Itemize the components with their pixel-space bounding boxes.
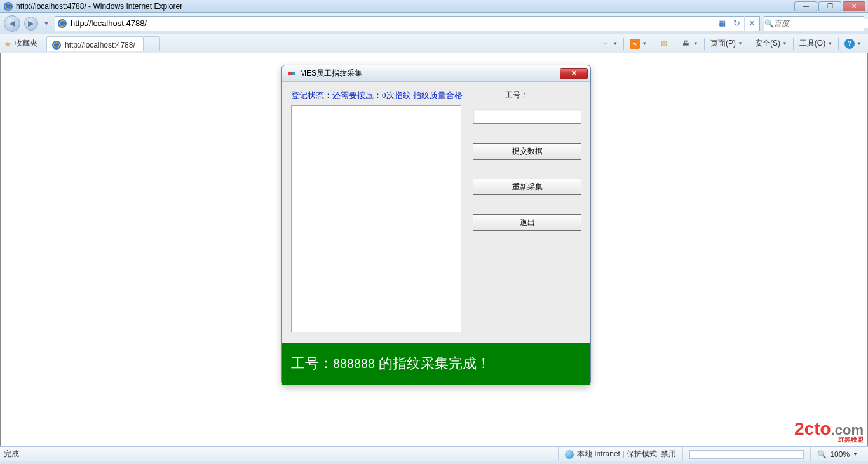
- exit-button[interactable]: 退出: [473, 214, 581, 231]
- status-zone[interactable]: 本地 Intranet | 保护模式: 禁用: [558, 447, 682, 461]
- enroll-status-text: 登记状态：还需要按压：0次指纹 指纹质量合格: [291, 90, 581, 101]
- new-tab-button[interactable]: [144, 36, 160, 51]
- browser-tab[interactable]: http://localhost:4788/: [46, 36, 144, 51]
- minimize-button[interactable]: —: [794, 1, 817, 11]
- rss-icon: ∿: [630, 39, 640, 49]
- tab-title: http://localhost:4788/: [65, 41, 135, 50]
- status-progress: [682, 447, 810, 461]
- page-content: MES员工指纹采集 ✕ 工号： 登记状态：还需要按压：0次指纹 指纹质量合格 提…: [0, 53, 868, 446]
- tab-ie-icon: [52, 41, 61, 50]
- dialog-body: 工号： 登记状态：还需要按压：0次指纹 指纹质量合格 提交数据 重新采集 退出 …: [282, 82, 590, 385]
- globe-icon: [565, 450, 574, 459]
- mail-icon: ✉: [659, 39, 669, 49]
- window-controls: — ❐ ✕: [793, 1, 865, 11]
- search-box: 🔍: [764, 16, 864, 31]
- search-icon[interactable]: 🔍: [764, 19, 774, 28]
- help-menu[interactable]: ?▼: [842, 38, 864, 50]
- fingerprint-preview: [291, 105, 461, 332]
- retry-button[interactable]: 重新采集: [473, 179, 581, 195]
- status-bar: 完成 本地 Intranet | 保护模式: 禁用 🔍 100% ▼: [0, 446, 868, 461]
- search-input[interactable]: [774, 19, 868, 28]
- app-icon: [287, 69, 296, 78]
- nav-history-dropdown[interactable]: ▼: [42, 20, 51, 27]
- status-done: 完成: [4, 449, 19, 460]
- close-button[interactable]: ✕: [843, 1, 865, 11]
- maximize-button[interactable]: ❐: [818, 1, 841, 11]
- zoom-icon: 🔍: [817, 450, 827, 459]
- favorites-star-icon[interactable]: ★: [4, 39, 12, 49]
- favorites-label[interactable]: 收藏夹: [15, 38, 37, 49]
- zoom-dropdown[interactable]: 🔍 100% ▼: [810, 447, 864, 461]
- rss-menu[interactable]: ∿▼: [627, 38, 649, 50]
- dialog-close-button[interactable]: ✕: [560, 68, 588, 79]
- stop-button[interactable]: ✕: [744, 16, 759, 31]
- ie-icon: [4, 2, 13, 11]
- nav-bar: ◄ ► ▼ ▦ ↻ ✕ 🔍: [0, 13, 868, 34]
- address-input[interactable]: [69, 17, 714, 31]
- forward-button[interactable]: ►: [24, 17, 38, 31]
- home-menu[interactable]: ⌂▼: [598, 38, 620, 50]
- compat-view-icon[interactable]: ▦: [714, 16, 729, 31]
- window-title: http://localhost:4788/ - Windows Interne…: [16, 2, 182, 11]
- result-banner: 工号：888888 的指纹采集完成！: [282, 343, 590, 385]
- safety-menu[interactable]: 安全(S) ▼: [752, 37, 790, 50]
- print-icon: 🖶: [681, 39, 691, 49]
- submit-button[interactable]: 提交数据: [473, 143, 581, 160]
- fingerprint-dialog: MES员工指纹采集 ✕ 工号： 登记状态：还需要按压：0次指纹 指纹质量合格 提…: [281, 65, 591, 385]
- page-icon: [55, 19, 69, 28]
- tools-menu[interactable]: 工具(O) ▼: [797, 37, 835, 50]
- address-bar: ▦ ↻ ✕: [55, 16, 760, 31]
- dialog-title: MES员工指纹采集: [300, 68, 362, 79]
- mail-menu[interactable]: ✉: [656, 38, 672, 50]
- page-menu[interactable]: 页面(P) ▼: [708, 37, 745, 50]
- dialog-titlebar[interactable]: MES员工指纹采集 ✕: [282, 65, 590, 82]
- print-menu[interactable]: 🖶▼: [679, 38, 701, 50]
- employee-id-input[interactable]: [473, 109, 581, 124]
- help-icon: ?: [844, 39, 855, 49]
- command-menu: ⌂▼ ∿▼ ✉ 🖶▼ 页面(P) ▼ 安全(S) ▼ 工具(O) ▼ ?▼: [598, 37, 864, 50]
- back-button[interactable]: ◄: [4, 15, 20, 32]
- window-titlebar: http://localhost:4788/ - Windows Interne…: [0, 0, 868, 13]
- home-icon: ⌂: [600, 39, 611, 49]
- command-bar: ★ 收藏夹 http://localhost:4788/ ⌂▼ ∿▼ ✉ 🖶▼ …: [0, 34, 868, 53]
- refresh-button[interactable]: ↻: [729, 16, 744, 31]
- watermark: 2cto.com 红黑联盟: [794, 419, 864, 444]
- employee-id-label: 工号：: [505, 90, 528, 100]
